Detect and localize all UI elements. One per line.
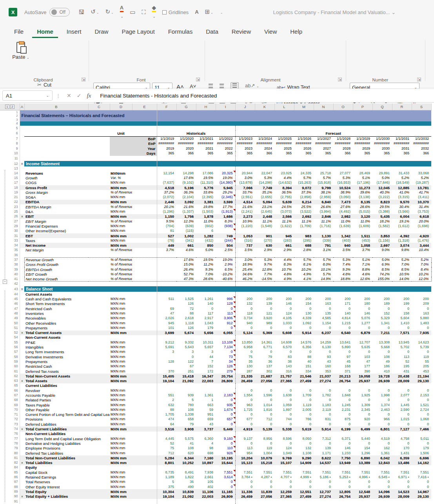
cell[interactable]: 1/1/2027 xyxy=(314,136,333,141)
cell[interactable]: 1/1/2032 xyxy=(412,136,431,141)
cell[interactable]: 302 xyxy=(255,369,274,374)
cell[interactable]: 5,674 xyxy=(176,331,196,335)
cell[interactable] xyxy=(216,432,235,436)
cell[interactable]: 0 xyxy=(235,398,255,403)
cell[interactable]: 951 xyxy=(196,412,216,417)
cell[interactable]: 1,782 xyxy=(314,393,333,397)
cell[interactable]: 0 xyxy=(333,484,353,489)
cell[interactable] xyxy=(132,171,157,175)
cell[interactable]: 4.8% xyxy=(274,272,294,276)
cell[interactable]: 21.6% xyxy=(235,204,255,209)
cell[interactable] xyxy=(372,499,392,504)
cell[interactable]: 0 xyxy=(235,325,255,330)
cell[interactable] xyxy=(353,292,372,296)
cell[interactable]: 6,199 xyxy=(333,426,353,431)
cell[interactable]: 0 xyxy=(372,388,392,393)
cell[interactable]: 37.3% xyxy=(294,190,314,195)
cell[interactable]: 0 xyxy=(314,441,333,446)
cell[interactable] xyxy=(274,253,294,257)
cell[interactable] xyxy=(132,238,157,243)
cell[interactable] xyxy=(412,383,431,388)
cell[interactable]: 5,945 xyxy=(216,185,235,190)
cell[interactable] xyxy=(412,253,431,257)
row-number[interactable]: 67 xyxy=(11,393,20,397)
cell[interactable]: 14,298 xyxy=(176,171,196,175)
cell[interactable] xyxy=(132,306,157,311)
cell[interactable]: 370 xyxy=(157,369,176,374)
cell[interactable] xyxy=(110,146,132,151)
cell[interactable]: 103 xyxy=(353,354,372,359)
cell[interactable] xyxy=(132,364,157,369)
cell[interactable] xyxy=(294,383,314,388)
cell[interactable] xyxy=(157,364,176,369)
cell[interactable]: (3,138) xyxy=(353,195,372,199)
cell[interactable]: 13,486 xyxy=(392,461,412,465)
cell[interactable]: 0 xyxy=(294,388,314,393)
cell[interactable]: 27,056 xyxy=(255,494,274,499)
cell[interactable]: 21,546 xyxy=(294,374,314,378)
cell[interactable]: 4,996◄ xyxy=(353,475,372,479)
cell[interactable] xyxy=(274,465,294,470)
gridlines-checkbox[interactable]: Gridlines xyxy=(162,8,189,16)
cell[interactable]: 200 xyxy=(235,296,255,301)
cell[interactable] xyxy=(132,412,157,417)
cell[interactable] xyxy=(132,272,157,276)
cell[interactable]: 10.7% xyxy=(274,267,294,272)
row-number[interactable]: 29 xyxy=(11,224,20,228)
cell[interactable] xyxy=(255,465,274,470)
cell[interactable]: 5.3% xyxy=(333,257,353,262)
cell[interactable]: 143 xyxy=(274,364,294,369)
name-box[interactable]: A1⌄ xyxy=(2,90,53,101)
cell[interactable]: 9.3% xyxy=(196,267,216,272)
cell[interactable]: 12,885 xyxy=(392,185,412,190)
cell[interactable] xyxy=(132,200,157,204)
cell[interactable]: (11,310) xyxy=(196,181,216,185)
cell[interactable] xyxy=(132,345,157,349)
row-number[interactable]: 44 xyxy=(11,292,20,296)
cell[interactable]: 6,214 xyxy=(294,200,314,204)
row-number[interactable]: 90 xyxy=(11,494,20,499)
cell[interactable] xyxy=(132,446,157,451)
cell[interactable]: 5,253◄ xyxy=(333,475,353,479)
cell[interactable] xyxy=(157,302,176,306)
cell[interactable]: 14,096 xyxy=(372,489,392,494)
cell[interactable]: 2,697 xyxy=(372,243,392,247)
cell[interactable]: 22,047 xyxy=(255,171,274,175)
cell[interactable] xyxy=(235,229,255,233)
column-header-A[interactable]: A xyxy=(20,103,24,110)
cell[interactable]: 0 xyxy=(294,306,314,311)
enter-icon[interactable]: ✓ xyxy=(77,92,82,99)
row-number[interactable]: 30 xyxy=(11,229,20,233)
tab-help[interactable]: Help xyxy=(285,26,307,38)
row-number[interactable]: 82 xyxy=(11,461,20,465)
cell[interactable]: 6,618 xyxy=(412,214,431,219)
cell[interactable]: 365 xyxy=(196,151,216,156)
cell[interactable]: 474 xyxy=(157,417,176,422)
cell[interactable]: 5,668 xyxy=(372,345,392,349)
cell[interactable]: 126 xyxy=(176,302,196,306)
cell[interactable]: 16,347 xyxy=(196,374,216,378)
cell[interactable] xyxy=(176,282,196,286)
cell[interactable] xyxy=(333,335,353,340)
cell[interactable]: 0 xyxy=(274,350,294,354)
cell[interactable]: 1/1/2025 xyxy=(274,136,294,141)
cell[interactable]: 119 xyxy=(255,446,274,451)
cell[interactable]: 26,939 xyxy=(372,494,392,499)
cell[interactable]: 11.1% xyxy=(274,219,294,224)
cell[interactable]: 10,304 xyxy=(157,489,176,494)
column-header-K[interactable]: K xyxy=(255,103,274,110)
cell[interactable] xyxy=(216,292,235,296)
cell[interactable]: 29.2% xyxy=(216,190,235,195)
cell[interactable]: 6,371 xyxy=(333,436,353,441)
cell[interactable]: 279 xyxy=(216,369,235,374)
cell[interactable]: 6,801 xyxy=(372,426,392,431)
cell[interactable] xyxy=(132,267,157,272)
row-number[interactable]: 36 xyxy=(11,253,20,257)
cell[interactable]: 8.4% xyxy=(412,267,431,272)
cell[interactable]: 4,919 xyxy=(235,426,255,431)
cell[interactable]: 11,273 xyxy=(353,185,372,190)
column-header-D[interactable]: D xyxy=(110,103,132,110)
cell[interactable]: 108 xyxy=(372,354,392,359)
cell[interactable]: 1,183 xyxy=(314,403,333,407)
cell[interactable]: 14,259 xyxy=(314,340,333,345)
